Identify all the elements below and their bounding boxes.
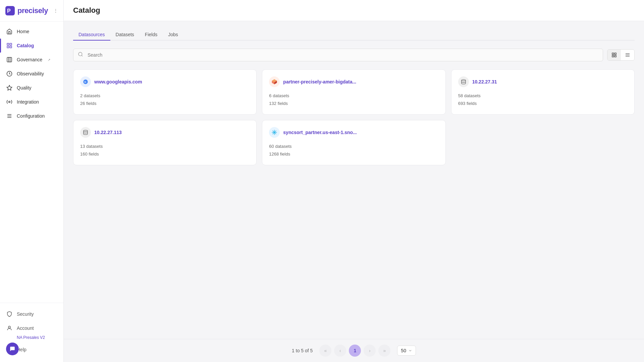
external-link-icon: ↗ bbox=[48, 58, 50, 62]
pagination-range: 1 to 5 of 5 bbox=[292, 348, 313, 353]
card-datasets: 2 datasets bbox=[80, 92, 250, 100]
tab-datasets[interactable]: Datasets bbox=[110, 29, 140, 41]
svg-rect-21 bbox=[612, 55, 614, 57]
search-container bbox=[73, 49, 603, 61]
svg-rect-19 bbox=[612, 53, 614, 55]
svg-rect-3 bbox=[10, 43, 12, 45]
sidebar-nav: Home Catalog Governance ↗ Observability bbox=[0, 22, 63, 303]
datasource-name: 10.22.27.31 bbox=[472, 79, 497, 84]
security-icon bbox=[6, 311, 13, 317]
sidebar-item-integration[interactable]: Integration bbox=[0, 95, 63, 109]
main-content: Catalog Datasources Datasets Fields Jobs bbox=[64, 0, 644, 362]
datasource-card-db1[interactable]: 10.22.27.31 58 datasets 693 fields bbox=[451, 69, 635, 115]
sidebar-item-configuration[interactable]: Configuration bbox=[0, 109, 63, 123]
card-datasets: 13 datasets bbox=[80, 142, 250, 150]
card-fields: 132 fields bbox=[269, 100, 438, 107]
card-fields: 1268 fields bbox=[269, 150, 438, 158]
chevron-down-icon bbox=[408, 349, 412, 353]
home-icon bbox=[6, 28, 13, 35]
tab-datasources[interactable]: Datasources bbox=[73, 29, 110, 41]
svg-point-31 bbox=[462, 79, 466, 81]
card-datasets: 6 datasets bbox=[269, 92, 438, 100]
chat-button[interactable] bbox=[6, 343, 19, 355]
account-sub-label[interactable]: NA Presales V2 bbox=[0, 335, 63, 343]
sidebar-item-label: Home bbox=[17, 29, 29, 34]
page-title: Catalog bbox=[73, 6, 635, 15]
card-header: partner-precisely-amer-bigdata... bbox=[269, 76, 438, 87]
card-header: 10.22.27.113 bbox=[80, 127, 250, 138]
datasource-card-db2[interactable]: 10.22.27.113 13 datasets 160 fields bbox=[73, 120, 257, 165]
datasources-grid: G www.googleapis.com 2 datasets 26 field… bbox=[73, 69, 635, 165]
configuration-icon bbox=[6, 113, 13, 119]
svg-point-10 bbox=[9, 101, 10, 103]
google-icon: G bbox=[80, 76, 91, 87]
sidebar-item-label: Integration bbox=[17, 99, 39, 105]
datasource-card-snowflake[interactable]: syncsort_partner.us-east-1.sno... 60 dat… bbox=[262, 120, 445, 165]
logo-text: precisely bbox=[17, 6, 48, 15]
tabs-bar: Datasources Datasets Fields Jobs bbox=[73, 29, 635, 41]
svg-line-18 bbox=[82, 55, 83, 56]
svg-rect-4 bbox=[7, 46, 9, 48]
svg-rect-20 bbox=[614, 53, 616, 55]
per-page-select[interactable]: 50 bbox=[397, 346, 416, 356]
svg-text:G: G bbox=[84, 80, 86, 83]
database-icon bbox=[458, 76, 469, 87]
sidebar-item-label: Configuration bbox=[17, 113, 45, 119]
sidebar-item-label: Quality bbox=[17, 85, 32, 90]
integration-icon bbox=[6, 99, 13, 105]
collapse-sidebar-button[interactable]: ⋮ bbox=[53, 8, 58, 13]
main-header: Catalog bbox=[64, 0, 644, 21]
grid-view-button[interactable] bbox=[607, 50, 621, 60]
sidebar-item-observability[interactable]: Observability bbox=[0, 67, 63, 81]
observability-icon bbox=[6, 70, 13, 77]
sidebar-item-label: Catalog bbox=[17, 43, 34, 48]
bigquery-icon bbox=[269, 76, 280, 87]
svg-rect-22 bbox=[614, 55, 616, 57]
svg-point-32 bbox=[84, 130, 88, 131]
sidebar-item-governance[interactable]: Governance ↗ bbox=[0, 53, 63, 67]
pagination-bar: 1 to 5 of 5 « ‹ 1 › » 50 bbox=[64, 339, 644, 362]
last-page-button[interactable]: » bbox=[378, 345, 390, 357]
sidebar-item-security[interactable]: Security bbox=[0, 307, 63, 321]
precisely-logo-icon: P bbox=[5, 6, 15, 15]
datasource-name: www.googleapis.com bbox=[94, 79, 142, 84]
tab-jobs[interactable]: Jobs bbox=[163, 29, 183, 41]
sidebar-logo: P precisely ⋮ bbox=[0, 0, 63, 22]
sidebar: P precisely ⋮ Home Catalog Governance ↗ bbox=[0, 0, 64, 362]
datasource-card-bigquery[interactable]: partner-precisely-amer-bigdata... 6 data… bbox=[262, 69, 445, 115]
datasource-name: syncsort_partner.us-east-1.sno... bbox=[283, 130, 357, 135]
sidebar-item-label: Account bbox=[17, 325, 34, 331]
sidebar-item-account[interactable]: Account bbox=[0, 321, 63, 335]
card-fields: 693 fields bbox=[458, 100, 628, 107]
sidebar-item-label: Observability bbox=[17, 71, 44, 76]
catalog-icon bbox=[6, 42, 13, 49]
page-1-button[interactable]: 1 bbox=[349, 345, 361, 357]
sidebar-item-home[interactable]: Home bbox=[0, 24, 63, 39]
svg-rect-6 bbox=[7, 57, 12, 62]
card-datasets: 60 datasets bbox=[269, 142, 438, 150]
database-icon bbox=[80, 127, 91, 138]
next-page-button[interactable]: › bbox=[364, 345, 376, 357]
search-row bbox=[73, 49, 635, 61]
account-icon bbox=[6, 325, 13, 331]
svg-rect-2 bbox=[7, 43, 9, 45]
sidebar-item-catalog[interactable]: Catalog bbox=[0, 39, 63, 53]
card-datasets: 58 datasets bbox=[458, 92, 628, 100]
view-toggle bbox=[607, 49, 635, 61]
datasource-card-google[interactable]: G www.googleapis.com 2 datasets 26 field… bbox=[73, 69, 257, 115]
prev-page-button[interactable]: ‹ bbox=[334, 345, 346, 357]
sidebar-item-quality[interactable]: Quality bbox=[0, 81, 63, 95]
list-view-button[interactable] bbox=[621, 50, 634, 60]
card-fields: 26 fields bbox=[80, 100, 250, 107]
search-icon bbox=[78, 52, 83, 58]
first-page-button[interactable]: « bbox=[319, 345, 331, 357]
card-header: 10.22.27.31 bbox=[458, 76, 628, 87]
governance-icon bbox=[6, 56, 13, 63]
svg-text:P: P bbox=[7, 8, 11, 14]
svg-point-14 bbox=[8, 326, 10, 328]
svg-rect-5 bbox=[10, 46, 12, 48]
quality-icon bbox=[6, 84, 13, 91]
tab-fields[interactable]: Fields bbox=[140, 29, 163, 41]
search-input[interactable] bbox=[73, 49, 603, 61]
card-header: G www.googleapis.com bbox=[80, 76, 250, 87]
